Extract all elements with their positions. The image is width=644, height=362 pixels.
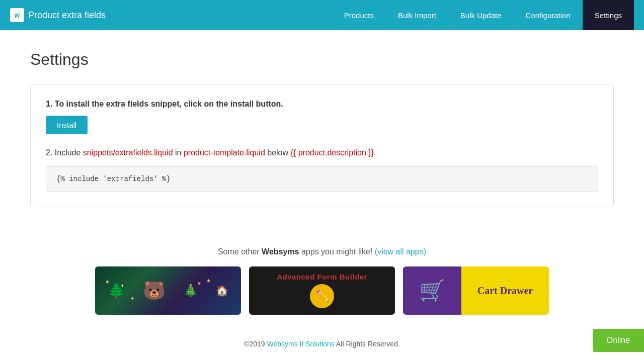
footer-copyright: ©2019 [244, 340, 267, 348]
main-content: Settings 1. To install the extra fields … [0, 30, 644, 247]
heart-icon: ♥ [145, 280, 149, 287]
step2-text: 2. Include snippets/extrafields.liquid i… [46, 146, 598, 159]
footer: ©2019 Websyms It Solutions All Rights Re… [0, 335, 644, 353]
step1-text: 1. To install the extra fields snippet, … [46, 100, 598, 109]
app-title: Product extra fields [28, 10, 106, 21]
winter-content: ★ ✦ ★ ✦ ♥ ♥ 🌲 🐻 🎄 🏠 [95, 276, 241, 305]
logo-icon: w [10, 8, 24, 22]
step2-end: . [374, 148, 376, 157]
tree-right-icon: 🎄 [183, 284, 198, 298]
template-link[interactable]: product-template.liquid [184, 148, 265, 157]
cart-right: Cart Drawer [461, 285, 549, 297]
house-icon: 🏠 [216, 285, 228, 297]
edit-icon: ✏️ [315, 290, 329, 303]
view-all-link[interactable]: (view all apps) [375, 247, 426, 256]
nav-products[interactable]: Products [332, 0, 386, 30]
nav-settings[interactable]: Settings [583, 0, 634, 30]
other-apps-section: Some other Websyms apps you might like! … [0, 247, 644, 335]
code-block: {% include 'extrafields' %} [46, 166, 598, 192]
logo-area: w Product extra fields [10, 8, 332, 22]
cart-icon: 🛒 [419, 278, 445, 303]
star-icon2: ✦ [120, 283, 124, 289]
app-card-winter[interactable]: ★ ✦ ★ ✦ ♥ ♥ 🌲 🐻 🎄 🏠 [95, 266, 241, 315]
page-title: Settings [30, 50, 614, 69]
star-icon4: ✦ [130, 296, 134, 301]
star-icon3: ★ [206, 278, 211, 284]
cart-left: 🛒 [403, 278, 461, 303]
heart-icon2: ♥ [197, 280, 201, 287]
footer-link[interactable]: Websyms It Solutions [267, 340, 335, 348]
install-button[interactable]: Install [46, 116, 88, 134]
variable-text: {{ product.description }} [291, 148, 374, 157]
header-nav: Products Bulk Import Bulk Update Configu… [332, 0, 634, 30]
form-builder-icon: ✏️ [310, 284, 334, 308]
settings-card: 1. To install the extra fields snippet, … [30, 84, 614, 207]
step2-mid: in [173, 148, 184, 157]
nav-bulk-import[interactable]: Bulk Import [386, 0, 448, 30]
star-icon: ★ [105, 279, 110, 285]
cart-drawer-title: Cart Drawer [477, 285, 533, 297]
online-button[interactable]: Online [593, 329, 644, 352]
snippet-link[interactable]: snippets/extrafields.liquid [83, 148, 173, 157]
nav-configuration[interactable]: Configuration [514, 0, 583, 30]
step2-prefix: 2. Include [46, 148, 83, 157]
step2-suffix: below [265, 148, 291, 157]
app-card-cart-drawer[interactable]: 🛒 Cart Drawer [403, 266, 549, 315]
other-apps-title: Some other Websyms apps you might like! … [20, 247, 624, 256]
apps-grid: ★ ✦ ★ ✦ ♥ ♥ 🌲 🐻 🎄 🏠 Advanced Form Builde… [20, 266, 624, 315]
nav-bulk-update[interactable]: Bulk Update [448, 0, 514, 30]
footer-rights: All Rights Reserved. [335, 340, 400, 348]
form-builder-title: Advanced Form Builder [277, 273, 367, 281]
app-card-form-builder[interactable]: Advanced Form Builder ✏️ [249, 266, 395, 315]
header: w Product extra fields Products Bulk Imp… [0, 0, 644, 30]
